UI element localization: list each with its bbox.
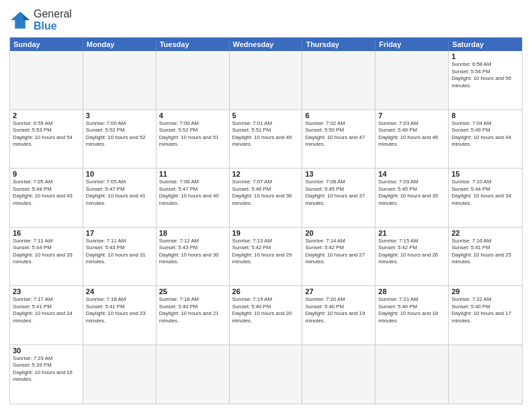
- calendar-cell: 8Sunrise: 7:04 AMSunset: 5:49 PMDaylight…: [449, 110, 522, 168]
- calendar-week-3: 16Sunrise: 7:11 AMSunset: 5:44 PMDayligh…: [10, 228, 522, 286]
- calendar-cell: [302, 51, 375, 109]
- calendar-week-0: 1Sunrise: 6:58 AMSunset: 5:54 PMDaylight…: [10, 51, 522, 109]
- day-info: Sunrise: 7:09 AMSunset: 5:45 PMDaylight:…: [378, 179, 445, 207]
- calendar-cell: 24Sunrise: 7:18 AMSunset: 5:41 PMDayligh…: [83, 286, 157, 344]
- day-info: Sunrise: 7:21 AMSunset: 5:40 PMDaylight:…: [378, 296, 445, 324]
- calendar-cell: 17Sunrise: 7:11 AMSunset: 5:43 PMDayligh…: [83, 228, 157, 285]
- day-info: Sunrise: 7:17 AMSunset: 5:41 PMDaylight:…: [13, 296, 80, 324]
- calendar-cell: 15Sunrise: 7:10 AMSunset: 5:44 PMDayligh…: [449, 169, 522, 226]
- calendar-cell: 3Sunrise: 7:00 AMSunset: 5:52 PMDaylight…: [83, 110, 157, 168]
- day-info: Sunrise: 7:01 AMSunset: 5:51 PMDaylight:…: [232, 120, 300, 148]
- calendar-cell: 26Sunrise: 7:19 AMSunset: 5:40 PMDayligh…: [230, 286, 303, 344]
- logo-text: General Blue: [34, 8, 72, 32]
- calendar-cell: 13Sunrise: 7:08 AMSunset: 5:45 PMDayligh…: [302, 169, 375, 226]
- logo: General Blue: [9, 8, 72, 32]
- day-number: 15: [451, 170, 519, 178]
- calendar-week-1: 2Sunrise: 6:59 AMSunset: 5:53 PMDaylight…: [10, 110, 522, 169]
- day-info: Sunrise: 7:00 AMSunset: 5:52 PMDaylight:…: [159, 120, 226, 148]
- calendar-cell: 11Sunrise: 7:06 AMSunset: 5:47 PMDayligh…: [157, 169, 230, 226]
- day-info: Sunrise: 7:18 AMSunset: 5:41 PMDaylight:…: [86, 296, 153, 324]
- day-info: Sunrise: 7:03 AMSunset: 5:49 PMDaylight:…: [378, 120, 445, 148]
- day-info: Sunrise: 7:05 AMSunset: 5:47 PMDaylight:…: [86, 179, 153, 207]
- calendar-cell: 10Sunrise: 7:05 AMSunset: 5:47 PMDayligh…: [83, 169, 157, 226]
- page: General Blue SundayMondayTuesdayWednesda…: [0, 0, 532, 411]
- calendar-cell: [375, 51, 449, 109]
- day-number: 8: [451, 111, 519, 120]
- calendar-cell: 29Sunrise: 7:22 AMSunset: 5:40 PMDayligh…: [449, 286, 522, 344]
- day-number: 7: [378, 111, 445, 120]
- calendar-week-5: 30Sunrise: 7:23 AMSunset: 5:39 PMDayligh…: [10, 345, 522, 404]
- calendar-cell: [157, 51, 230, 109]
- calendar-cell: 18Sunrise: 7:12 AMSunset: 5:43 PMDayligh…: [157, 228, 230, 285]
- calendar-cell: [10, 51, 83, 109]
- day-number: 10: [86, 170, 153, 178]
- day-number: 14: [378, 170, 445, 178]
- day-number: 28: [378, 287, 445, 295]
- calendar-cell: [449, 345, 522, 404]
- calendar-cell: 7Sunrise: 7:03 AMSunset: 5:49 PMDaylight…: [375, 110, 449, 168]
- calendar-cell: 19Sunrise: 7:13 AMSunset: 5:42 PMDayligh…: [230, 228, 303, 285]
- day-number: 26: [232, 287, 300, 295]
- calendar-cell: 2Sunrise: 6:59 AMSunset: 5:53 PMDaylight…: [10, 110, 83, 168]
- day-info: Sunrise: 7:19 AMSunset: 5:40 PMDaylight:…: [232, 296, 300, 324]
- calendar-cell: 4Sunrise: 7:00 AMSunset: 5:52 PMDaylight…: [157, 110, 230, 168]
- day-info: Sunrise: 7:14 AMSunset: 5:42 PMDaylight:…: [305, 238, 372, 266]
- calendar-cell: [83, 51, 157, 109]
- calendar-cell: [157, 345, 230, 404]
- calendar-cell: 6Sunrise: 7:02 AMSunset: 5:50 PMDaylight…: [302, 110, 375, 168]
- calendar-cell: 27Sunrise: 7:20 AMSunset: 5:40 PMDayligh…: [302, 286, 375, 344]
- day-info: Sunrise: 7:22 AMSunset: 5:40 PMDaylight:…: [451, 296, 519, 324]
- calendar-cell: [375, 345, 449, 404]
- calendar-cell: 16Sunrise: 7:11 AMSunset: 5:44 PMDayligh…: [10, 228, 83, 285]
- calendar-cell: 1Sunrise: 6:58 AMSunset: 5:54 PMDaylight…: [449, 51, 522, 109]
- logo-icon: [9, 11, 31, 30]
- calendar-cell: [230, 345, 303, 404]
- calendar-cell: 20Sunrise: 7:14 AMSunset: 5:42 PMDayligh…: [302, 228, 375, 285]
- day-number: 12: [232, 170, 300, 178]
- day-number: 20: [305, 229, 372, 237]
- day-number: 17: [86, 229, 153, 237]
- calendar-header: SundayMondayTuesdayWednesdayThursdayFrid…: [10, 38, 522, 51]
- header-cell-monday: Monday: [83, 38, 157, 51]
- header: General Blue: [9, 8, 523, 32]
- day-info: Sunrise: 7:08 AMSunset: 5:45 PMDaylight:…: [305, 179, 372, 207]
- day-number: 19: [232, 229, 300, 237]
- calendar-cell: 22Sunrise: 7:16 AMSunset: 5:41 PMDayligh…: [449, 228, 522, 285]
- day-info: Sunrise: 7:11 AMSunset: 5:43 PMDaylight:…: [86, 238, 153, 266]
- calendar: SundayMondayTuesdayWednesdayThursdayFrid…: [9, 37, 523, 404]
- calendar-cell: 23Sunrise: 7:17 AMSunset: 5:41 PMDayligh…: [10, 286, 83, 344]
- day-number: 29: [451, 287, 519, 295]
- header-cell-wednesday: Wednesday: [230, 38, 303, 51]
- day-number: 4: [159, 111, 226, 120]
- day-info: Sunrise: 7:00 AMSunset: 5:52 PMDaylight:…: [86, 120, 153, 148]
- header-cell-friday: Friday: [375, 38, 449, 51]
- day-number: 18: [159, 229, 226, 237]
- header-cell-sunday: Sunday: [10, 38, 83, 51]
- day-number: 3: [86, 111, 153, 120]
- day-number: 11: [159, 170, 226, 178]
- day-info: Sunrise: 7:10 AMSunset: 5:44 PMDaylight:…: [451, 179, 519, 207]
- calendar-cell: 14Sunrise: 7:09 AMSunset: 5:45 PMDayligh…: [375, 169, 449, 226]
- day-info: Sunrise: 7:23 AMSunset: 5:39 PMDaylight:…: [13, 355, 80, 383]
- day-info: Sunrise: 7:12 AMSunset: 5:43 PMDaylight:…: [159, 238, 226, 266]
- day-number: 21: [378, 229, 445, 237]
- day-number: 9: [13, 170, 80, 178]
- day-info: Sunrise: 7:20 AMSunset: 5:40 PMDaylight:…: [305, 296, 372, 324]
- calendar-cell: 28Sunrise: 7:21 AMSunset: 5:40 PMDayligh…: [375, 286, 449, 344]
- header-cell-saturday: Saturday: [449, 38, 522, 51]
- day-number: 16: [13, 229, 80, 237]
- day-number: 5: [232, 111, 300, 120]
- day-number: 25: [159, 287, 226, 295]
- day-info: Sunrise: 7:07 AMSunset: 5:46 PMDaylight:…: [232, 179, 300, 207]
- day-info: Sunrise: 6:59 AMSunset: 5:53 PMDaylight:…: [13, 120, 80, 148]
- calendar-body: 1Sunrise: 6:58 AMSunset: 5:54 PMDaylight…: [10, 51, 522, 404]
- calendar-cell: 25Sunrise: 7:18 AMSunset: 5:40 PMDayligh…: [157, 286, 230, 344]
- calendar-cell: 5Sunrise: 7:01 AMSunset: 5:51 PMDaylight…: [230, 110, 303, 168]
- calendar-cell: 30Sunrise: 7:23 AMSunset: 5:39 PMDayligh…: [10, 345, 83, 404]
- calendar-cell: [302, 345, 375, 404]
- day-number: 30: [13, 347, 80, 355]
- day-number: 23: [13, 287, 80, 295]
- day-info: Sunrise: 7:13 AMSunset: 5:42 PMDaylight:…: [232, 238, 300, 266]
- day-info: Sunrise: 7:16 AMSunset: 5:41 PMDaylight:…: [451, 238, 519, 266]
- calendar-cell: [230, 51, 303, 109]
